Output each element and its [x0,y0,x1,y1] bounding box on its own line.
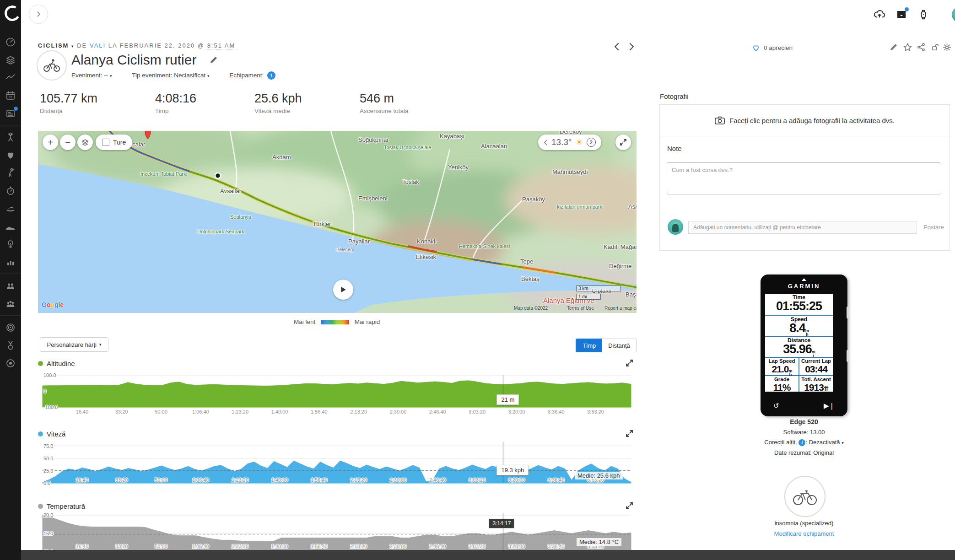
collapse-nav-button[interactable] [29,5,48,24]
svg-text:3:53:20: 3:53:20 [587,409,604,415]
corrections-value[interactable]: : Dezactivată [805,439,840,446]
connections-people-icon[interactable] [0,277,21,295]
garmin-device-image: GARMIN Time 01:55:25 Speed 8.4mh Distanc… [761,275,847,416]
groups-icon[interactable] [0,295,21,312]
speed-dot-icon [38,431,43,436]
map-terms-link[interactable]: Terms of Use [567,306,594,311]
device-start-button: ▶❘ [824,402,835,410]
toggle-time[interactable]: Timp [576,339,603,352]
route-play-button[interactable] [333,280,353,300]
tours-checkbox[interactable] [102,139,109,146]
map-label: Hemaksia-Sinek kalesi [459,243,510,249]
rowing-icon[interactable] [0,199,21,217]
stat-label: Viteză medie [254,108,302,114]
map-zoom-in-button[interactable]: + [43,135,58,150]
reports-chart-icon[interactable] [0,253,21,271]
livetrack-record-icon[interactable] [0,354,21,372]
stat-value: 4:08:16 [155,92,196,106]
add-photos-cta[interactable]: Faceți clic pentru a adăuga fotografii l… [660,105,950,136]
user-link[interactable]: VALI [90,42,106,49]
speed-chart[interactable]: 16:4033:2050:001:06:401:23:201:40:001:56… [38,437,634,490]
device-screen: Time 01:55:25 Speed 8.4mh Distance 35.96… [765,294,833,392]
share-icon[interactable] [916,42,926,52]
activity-type-avatar [37,50,67,81]
notifications-inbox-icon[interactable] [895,8,908,21]
map-zoom-out-button[interactable]: − [60,135,76,150]
map-report-link[interactable]: Report a map error [604,306,637,311]
edit-gear-link[interactable]: Modificare echipament [660,530,948,537]
edit-icon[interactable] [889,42,899,52]
elevation-corrections-row: Corecții altit. i: Dezactivată ▾ [660,439,948,446]
dashboard-gauge-icon[interactable] [0,33,21,51]
map-fullscreen-button[interactable] [615,135,631,150]
activity-meta: Eveniment: -- ▾ Tip eveniment: Neclasifi… [71,71,275,80]
comment-input[interactable] [688,221,917,234]
map-label: Beleceği [336,247,354,252]
device-sync-icon[interactable] [917,8,930,21]
weather-temperature: 13.3° [551,137,572,147]
edit-title-icon[interactable] [210,56,218,64]
timer-stopwatch-icon[interactable] [0,182,21,199]
chevron-down-icon[interactable]: ▾ [842,441,844,445]
training-layers-icon[interactable] [0,51,21,69]
speed-expand-icon[interactable] [626,430,633,437]
event-type-dropdown[interactable]: Tip eveniment: Neclasificat ▾ [132,72,209,79]
svg-text:1:40:00: 1:40:00 [271,477,288,483]
activities-trend-icon[interactable] [0,69,21,86]
challenges-target-icon[interactable] [0,318,21,336]
altitude-dot-icon [38,361,43,366]
insights-bulb-icon[interactable] [0,235,21,253]
stat-distance: 105.77 km Distanță [40,92,97,114]
photos-title: Fotografii [660,92,689,100]
altitude-chart[interactable]: 16:4033:2050:001:06:401:23:201:40:001:56… [38,366,634,419]
expand-icon [620,139,626,145]
garmin-connect-logo[interactable] [3,4,22,23]
map-label: Emişbeleni [358,195,388,202]
svg-text:1:40:00: 1:40:00 [271,409,288,415]
golf-icon[interactable] [0,164,21,182]
wellness-person-icon[interactable] [0,128,21,146]
weather-widget[interactable]: 13.3° ☀ 2 [538,135,601,150]
running-shoe-icon[interactable] [0,217,21,235]
info-icon[interactable]: i [799,439,805,446]
tours-toggle[interactable]: Ture [96,135,132,150]
event-dropdown[interactable]: Eveniment: -- ▾ [71,72,112,79]
prev-activity-arrow[interactable] [613,43,620,51]
calendar-icon[interactable]: 31 [0,86,21,104]
newsfeed-icon[interactable] [0,104,21,122]
badges-medal-icon[interactable] [0,336,21,354]
settings-gear-icon[interactable] [942,42,952,52]
breadcrumb-sport[interactable]: CICLISM [38,42,69,49]
svg-text:3:20:00: 3:20:00 [508,544,525,549]
health-heart-icon[interactable] [0,146,21,164]
svg-text:50:00: 50:00 [155,544,167,549]
map-layers-button[interactable] [77,135,93,150]
note-textarea[interactable] [667,162,941,194]
svg-text:2:13:20: 2:13:20 [350,544,367,549]
next-activity-arrow[interactable] [628,43,635,51]
post-button[interactable]: Postare [923,224,944,231]
activity-time[interactable]: 8:51 AM [207,42,236,49]
favorite-star-icon[interactable] [902,42,912,52]
svg-text:16:40: 16:40 [76,409,89,415]
customize-charts-button[interactable]: Personalizare hărți▾ [40,337,108,352]
chevron-down-icon[interactable]: ▾ [71,44,75,48]
breadcrumb: CICLISM ▾ DE VALI LA FEBRUARIE 22, 2020 … [38,42,235,49]
user-avatar[interactable] [952,7,955,22]
privacy-lock-icon[interactable] [930,42,940,52]
svg-text:1:23:20: 1:23:20 [232,544,248,549]
sidebar: 31 [0,0,21,560]
svg-text:33:20: 33:20 [115,477,128,483]
svg-text:50.0: 50.0 [43,456,53,461]
stat-value: 546 m [360,92,409,106]
gear-count-badge[interactable]: 1 [267,71,275,80]
cyclist-icon [43,59,60,72]
like-button[interactable]: 0 aprecieri [751,43,793,52]
temperature-expand-icon[interactable] [626,502,633,510]
route-map[interactable]: OkurcalarAkdamSoğukpınarKayabaşıAlacaala… [38,131,637,313]
stat-avg-speed: 25.6 kph Viteză medie [254,92,302,114]
toggle-distance[interactable]: Distanță [602,339,637,352]
svg-text:1:56:40: 1:56:40 [311,477,328,483]
svg-text:75.0: 75.0 [43,443,53,449]
upload-icon[interactable] [873,8,886,21]
